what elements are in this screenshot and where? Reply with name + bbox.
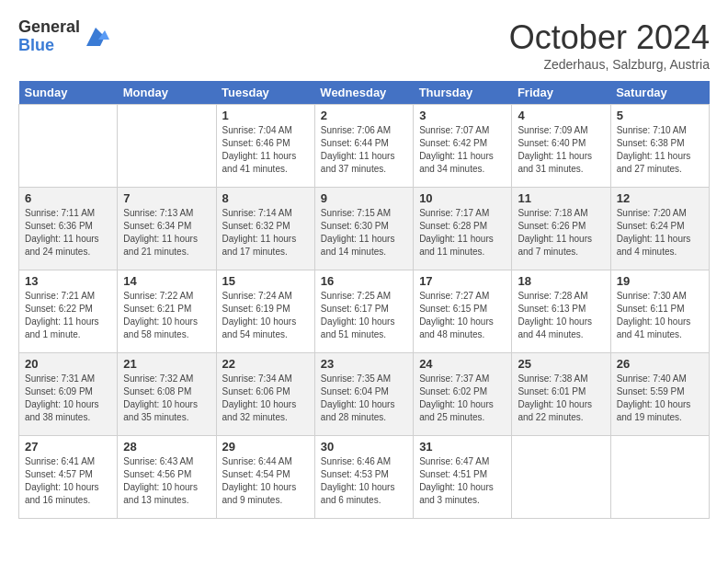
day-info: Sunrise: 7:07 AMSunset: 6:42 PMDaylight:…: [419, 124, 506, 176]
day-header-friday: Friday: [512, 81, 610, 105]
day-number: 19: [617, 274, 703, 288]
day-number: 1: [222, 109, 309, 122]
calendar-cell: 1Sunrise: 7:04 AMSunset: 6:46 PMDaylight…: [216, 105, 314, 188]
calendar-cell: 23Sunrise: 7:35 AMSunset: 6:04 PMDayligh…: [314, 353, 413, 436]
calendar-cell: 25Sunrise: 7:38 AMSunset: 6:01 PMDayligh…: [512, 353, 610, 436]
calendar-week-5: 27Sunrise: 6:41 AMSunset: 4:57 PMDayligh…: [19, 436, 710, 519]
calendar-cell: 29Sunrise: 6:44 AMSunset: 4:54 PMDayligh…: [216, 436, 314, 519]
day-header-thursday: Thursday: [414, 81, 512, 105]
calendar-cell: 8Sunrise: 7:14 AMSunset: 6:32 PMDaylight…: [216, 188, 314, 270]
logo-blue: Blue: [18, 37, 80, 55]
day-header-wednesday: Wednesday: [314, 81, 413, 105]
day-number: 14: [123, 274, 210, 288]
calendar-cell: 9Sunrise: 7:15 AMSunset: 6:30 PMDaylight…: [314, 188, 413, 270]
day-info: Sunrise: 7:06 AMSunset: 6:44 PMDaylight:…: [321, 124, 407, 176]
day-number: 21: [123, 357, 210, 371]
day-info: Sunrise: 7:15 AMSunset: 6:30 PMDaylight:…: [321, 207, 407, 259]
day-header-saturday: Saturday: [610, 81, 709, 105]
logo: General Blue: [18, 18, 109, 55]
calendar-cell: 26Sunrise: 7:40 AMSunset: 5:59 PMDayligh…: [610, 353, 709, 436]
calendar-cell: 12Sunrise: 7:20 AMSunset: 6:24 PMDayligh…: [610, 188, 709, 270]
day-number: 7: [123, 191, 210, 205]
logo-general: General: [18, 18, 80, 37]
calendar-cell: 3Sunrise: 7:07 AMSunset: 6:42 PMDaylight…: [414, 105, 512, 188]
day-number: 10: [419, 191, 506, 205]
day-number: 5: [617, 109, 703, 122]
day-info: Sunrise: 7:17 AMSunset: 6:28 PMDaylight:…: [419, 207, 506, 259]
day-info: Sunrise: 7:30 AMSunset: 6:11 PMDaylight:…: [617, 290, 703, 341]
calendar-cell: 17Sunrise: 7:27 AMSunset: 6:15 PMDayligh…: [414, 270, 512, 353]
day-info: Sunrise: 7:04 AMSunset: 6:46 PMDaylight:…: [222, 124, 309, 176]
calendar-cell: 16Sunrise: 7:25 AMSunset: 6:17 PMDayligh…: [314, 270, 413, 353]
calendar-cell: [118, 105, 216, 188]
day-info: Sunrise: 7:25 AMSunset: 6:17 PMDaylight:…: [321, 290, 407, 341]
calendar-cell: 2Sunrise: 7:06 AMSunset: 6:44 PMDaylight…: [314, 105, 413, 188]
day-number: 8: [222, 191, 309, 205]
day-info: Sunrise: 7:10 AMSunset: 6:38 PMDaylight:…: [617, 124, 703, 176]
day-number: 27: [25, 440, 111, 454]
day-number: 3: [419, 109, 506, 122]
day-info: Sunrise: 6:41 AMSunset: 4:57 PMDaylight:…: [25, 455, 111, 507]
calendar-cell: 30Sunrise: 6:46 AMSunset: 4:53 PMDayligh…: [314, 436, 413, 519]
calendar-cell: 19Sunrise: 7:30 AMSunset: 6:11 PMDayligh…: [610, 270, 709, 353]
day-info: Sunrise: 6:44 AMSunset: 4:54 PMDaylight:…: [222, 455, 309, 507]
month-title: October 2024: [509, 18, 710, 57]
day-number: 13: [25, 274, 111, 288]
day-info: Sunrise: 7:27 AMSunset: 6:15 PMDaylight:…: [419, 290, 506, 341]
calendar-cell: 11Sunrise: 7:18 AMSunset: 6:26 PMDayligh…: [512, 188, 610, 270]
logo-text: General Blue: [18, 18, 80, 55]
calendar-cell: 22Sunrise: 7:34 AMSunset: 6:06 PMDayligh…: [216, 353, 314, 436]
calendar-cell: 7Sunrise: 7:13 AMSunset: 6:34 PMDaylight…: [118, 188, 216, 270]
calendar-cell: 14Sunrise: 7:22 AMSunset: 6:21 PMDayligh…: [118, 270, 216, 353]
day-info: Sunrise: 7:31 AMSunset: 6:09 PMDaylight:…: [25, 373, 111, 424]
day-number: 11: [518, 191, 604, 205]
calendar-cell: 20Sunrise: 7:31 AMSunset: 6:09 PMDayligh…: [19, 353, 118, 436]
day-info: Sunrise: 7:22 AMSunset: 6:21 PMDaylight:…: [123, 290, 210, 341]
day-info: Sunrise: 7:09 AMSunset: 6:40 PMDaylight:…: [518, 124, 604, 176]
day-number: 25: [518, 357, 604, 371]
calendar-cell: 6Sunrise: 7:11 AMSunset: 6:36 PMDaylight…: [19, 188, 118, 270]
day-info: Sunrise: 7:32 AMSunset: 6:08 PMDaylight:…: [123, 373, 210, 424]
calendar-header-row: SundayMondayTuesdayWednesdayThursdayFrid…: [19, 81, 710, 105]
calendar-cell: 4Sunrise: 7:09 AMSunset: 6:40 PMDaylight…: [512, 105, 610, 188]
calendar-cell: 13Sunrise: 7:21 AMSunset: 6:22 PMDayligh…: [19, 270, 118, 353]
calendar-table: SundayMondayTuesdayWednesdayThursdayFrid…: [18, 81, 710, 519]
day-number: 18: [518, 274, 604, 288]
day-number: 20: [25, 357, 111, 371]
day-info: Sunrise: 7:28 AMSunset: 6:13 PMDaylight:…: [518, 290, 604, 341]
day-info: Sunrise: 7:11 AMSunset: 6:36 PMDaylight:…: [25, 207, 111, 259]
calendar-cell: 5Sunrise: 7:10 AMSunset: 6:38 PMDaylight…: [610, 105, 709, 188]
day-number: 17: [419, 274, 506, 288]
day-info: Sunrise: 6:43 AMSunset: 4:56 PMDaylight:…: [123, 455, 210, 507]
day-info: Sunrise: 7:14 AMSunset: 6:32 PMDaylight:…: [222, 207, 309, 259]
day-info: Sunrise: 7:38 AMSunset: 6:01 PMDaylight:…: [518, 373, 604, 424]
day-info: Sunrise: 7:18 AMSunset: 6:26 PMDaylight:…: [518, 207, 604, 259]
day-header-tuesday: Tuesday: [216, 81, 314, 105]
calendar-week-3: 13Sunrise: 7:21 AMSunset: 6:22 PMDayligh…: [19, 270, 710, 353]
day-number: 6: [25, 191, 111, 205]
calendar-cell: [512, 436, 610, 519]
day-info: Sunrise: 7:40 AMSunset: 5:59 PMDaylight:…: [617, 373, 703, 424]
day-info: Sunrise: 7:20 AMSunset: 6:24 PMDaylight:…: [617, 207, 703, 259]
day-number: 16: [321, 274, 407, 288]
day-header-monday: Monday: [118, 81, 216, 105]
day-number: 30: [321, 440, 407, 454]
day-info: Sunrise: 7:21 AMSunset: 6:22 PMDaylight:…: [25, 290, 111, 341]
day-number: 12: [617, 191, 703, 205]
calendar-cell: 31Sunrise: 6:47 AMSunset: 4:51 PMDayligh…: [414, 436, 512, 519]
title-area: October 2024 Zederhaus, Salzburg, Austri…: [509, 18, 710, 72]
day-info: Sunrise: 6:46 AMSunset: 4:53 PMDaylight:…: [321, 455, 407, 507]
calendar-week-4: 20Sunrise: 7:31 AMSunset: 6:09 PMDayligh…: [19, 353, 710, 436]
day-header-sunday: Sunday: [19, 81, 118, 105]
day-number: 2: [321, 109, 407, 122]
calendar-cell: 10Sunrise: 7:17 AMSunset: 6:28 PMDayligh…: [414, 188, 512, 270]
day-number: 22: [222, 357, 309, 371]
calendar-cell: 27Sunrise: 6:41 AMSunset: 4:57 PMDayligh…: [19, 436, 118, 519]
day-number: 9: [321, 191, 407, 205]
day-info: Sunrise: 7:35 AMSunset: 6:04 PMDaylight:…: [321, 373, 407, 424]
calendar-cell: 24Sunrise: 7:37 AMSunset: 6:02 PMDayligh…: [414, 353, 512, 436]
calendar-cell: [610, 436, 709, 519]
page-header: General Blue October 2024 Zederhaus, Sal…: [18, 18, 710, 72]
day-number: 28: [123, 440, 210, 454]
day-number: 24: [419, 357, 506, 371]
